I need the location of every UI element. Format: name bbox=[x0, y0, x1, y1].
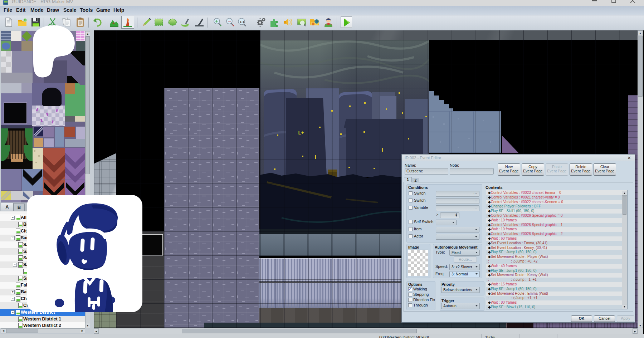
svg-text:L+: L+ bbox=[298, 130, 304, 136]
svg-text:1:1: 1:1 bbox=[240, 20, 244, 24]
